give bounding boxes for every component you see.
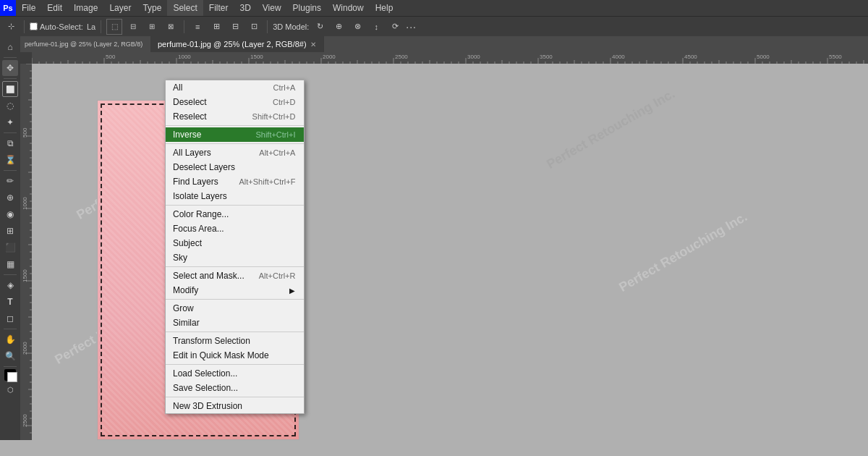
menu-item-modify[interactable]: Modify ▶: [166, 283, 304, 297]
menu-filter[interactable]: Filter: [203, 0, 234, 16]
tab-bar: perfume-01.jpg @ 25% (Layer 2, RGB/8) pe…: [20, 36, 868, 52]
menu-item-all[interactable]: All Ctrl+A: [166, 80, 304, 95]
tool-magic-wand[interactable]: ✦: [2, 114, 18, 130]
menu-item-subject[interactable]: Subject: [166, 236, 304, 250]
shortcut-inverse: Shift+Ctrl+I: [255, 130, 295, 139]
menu-label-deselect-layers: Deselect Layers: [173, 162, 235, 172]
align-icon[interactable]: ⊞: [144, 19, 160, 35]
info-panel: perfume-01.jpg @ 25% (Layer 2, RGB/8): [20, 36, 150, 52]
tool-sep2: [4, 78, 17, 79]
menu-layer[interactable]: Layer: [103, 0, 137, 16]
menu-item-select-mask[interactable]: Select and Mask... Alt+Ctrl+R: [166, 269, 304, 283]
menu-item-isolate-layers[interactable]: Isolate Layers: [166, 189, 304, 203]
menu-item-quick-mask[interactable]: Edit in Quick Mask Mode: [166, 348, 304, 363]
menu-item-new-3d[interactable]: New 3D Extrusion: [166, 399, 304, 413]
menu-label-deselect: Deselect: [173, 97, 207, 107]
menu-item-deselect-layers[interactable]: Deselect Layers: [166, 160, 304, 174]
menu-label-all: All: [173, 83, 182, 93]
tool-zoom[interactable]: 🔍: [2, 348, 18, 364]
menu-item-save-selection[interactable]: Save Selection...: [166, 381, 304, 395]
tool-sep6: [4, 329, 17, 329]
3d-icon3[interactable]: ⊗: [349, 19, 365, 35]
toolbox: ⌂ ✥ ⬜ ◌ ✦ ⧉ ⌛ ✏ ⊕ ◉ ⊞ ⬛ ▦ ◈ T ◻ ✋ 🔍 ⬡: [0, 36, 20, 440]
menu-item-color-range[interactable]: Color Range...: [166, 207, 304, 221]
tool-eyedropper[interactable]: ⌛: [2, 152, 18, 168]
tool-hand[interactable]: ✋: [2, 332, 18, 347]
menu-item-similar[interactable]: Similar: [166, 316, 304, 330]
distribute-icon[interactable]: ⊟: [125, 19, 141, 35]
menu-window[interactable]: Window: [327, 0, 370, 16]
menu-label-save-selection: Save Selection...: [173, 383, 238, 393]
menu-item-grow[interactable]: Grow: [166, 301, 304, 316]
options-icon2[interactable]: ⊠: [163, 19, 179, 35]
tool-heal[interactable]: ⊕: [2, 190, 18, 206]
menu-item-inverse[interactable]: Inverse Shift+Ctrl+I: [166, 127, 304, 142]
menu-item-reselect[interactable]: Reselect Shift+Ctrl+D: [166, 109, 304, 124]
menu-file[interactable]: File: [16, 0, 41, 16]
options-sep-1: [24, 20, 25, 33]
menu-image[interactable]: Image: [68, 0, 103, 16]
transform-icon[interactable]: ⬚: [106, 19, 122, 35]
menu-item-transform-selection[interactable]: Transform Selection: [166, 334, 304, 348]
options-icon4[interactable]: ⊞: [208, 19, 224, 35]
tab-label: perfume-01.jpg @ 25% (Layer 2, RGB/8#): [158, 40, 307, 48]
ruler-corner: [20, 52, 32, 64]
menu-item-focus-area[interactable]: Focus Area...: [166, 221, 304, 236]
menu-3d[interactable]: 3D: [234, 0, 256, 16]
menu-item-all-layers[interactable]: All Layers Alt+Ctrl+A: [166, 145, 304, 160]
autoselect-checkbox[interactable]: [30, 22, 38, 30]
tool-sep: [4, 57, 17, 58]
3d-icon1[interactable]: ↻: [312, 19, 328, 35]
divider-4: [166, 266, 304, 267]
3d-icon2[interactable]: ⊕: [331, 19, 346, 35]
tool-shape[interactable]: ◻: [2, 311, 18, 326]
tool-sep5: [4, 274, 17, 275]
tool-pen[interactable]: ◈: [2, 277, 18, 293]
tool-brush[interactable]: ✏: [2, 173, 18, 189]
tool-sep4: [4, 170, 17, 171]
tool-clone[interactable]: ◉: [2, 206, 18, 222]
menu-edit[interactable]: Edit: [41, 0, 68, 16]
menu-label-sky: Sky: [173, 253, 187, 263]
menu-item-find-layers[interactable]: Find Layers Alt+Shift+Ctrl+F: [166, 174, 304, 189]
menu-label-focus-area: Focus Area...: [173, 224, 224, 234]
menu-help[interactable]: Help: [370, 0, 399, 16]
shortcut-deselect: Ctrl+D: [273, 98, 295, 106]
options-sep-3: [184, 20, 184, 33]
menu-item-load-selection[interactable]: Load Selection...: [166, 366, 304, 381]
menu-item-sky[interactable]: Sky: [166, 250, 304, 265]
menu-view[interactable]: View: [257, 0, 287, 16]
options-icon3[interactable]: ≡: [190, 19, 205, 35]
tab-perfume[interactable]: perfume-01.jpg @ 25% (Layer 2, RGB/8#) ✕: [150, 36, 324, 52]
menu-label-reselect: Reselect: [173, 111, 207, 122]
tool-type[interactable]: T: [2, 294, 18, 310]
menu-label-new-3d: New 3D Extrusion: [173, 401, 242, 411]
tool-gradient[interactable]: ▦: [2, 256, 18, 272]
menu-item-deselect[interactable]: Deselect Ctrl+D: [166, 95, 304, 109]
menu-select[interactable]: Select: [167, 0, 203, 16]
tool-lasso[interactable]: ◌: [2, 98, 18, 114]
menu-plugins[interactable]: Plugins: [287, 0, 327, 16]
ps-logo: Ps: [0, 0, 16, 16]
autoselect-label: Auto-Select:: [40, 22, 83, 31]
tool-crop[interactable]: ⧉: [2, 135, 18, 151]
tool-move[interactable]: ✥: [2, 60, 18, 76]
tool-fg-color[interactable]: [4, 369, 16, 381]
3d-icon5[interactable]: ⟳: [387, 19, 403, 35]
tool-home[interactable]: ⌂: [2, 39, 18, 55]
3d-icon4[interactable]: ↕: [368, 19, 384, 35]
more-options[interactable]: ···: [406, 21, 417, 33]
v-ruler: [20, 64, 32, 440]
select-menu-container: All Ctrl+A Deselect Ctrl+D Reselect: [165, 80, 305, 414]
tool-marquee[interactable]: ⬜: [2, 81, 18, 97]
tool-eraser[interactable]: ⬛: [2, 240, 18, 256]
menu-type[interactable]: Type: [137, 0, 167, 16]
options-icon6[interactable]: ⊡: [246, 19, 262, 35]
divider-8: [166, 397, 304, 397]
canvas-viewport: Perfect Retouching Inc. Perfect Retouchi…: [32, 64, 868, 440]
options-icon5[interactable]: ⊟: [227, 19, 243, 35]
options-sep-4: [267, 20, 268, 33]
tab-close[interactable]: ✕: [310, 41, 316, 48]
tool-quickmask[interactable]: ⬡: [2, 381, 18, 397]
tool-history[interactable]: ⊞: [2, 223, 18, 239]
